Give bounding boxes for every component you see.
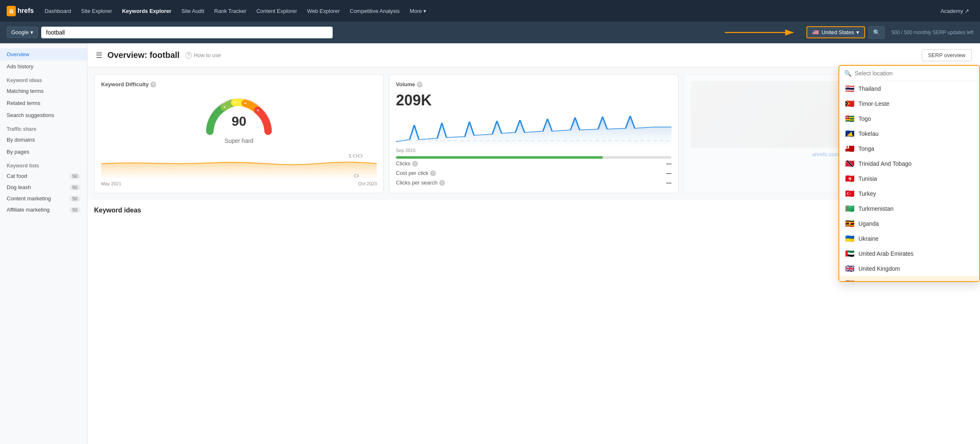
dropdown-search-row: 🔍	[839, 66, 979, 81]
arrow-icon	[725, 28, 800, 37]
country-option-label: Tunisia	[858, 175, 877, 182]
cpc-info-icon[interactable]: ?	[430, 170, 436, 176]
serp-overview-button[interactable]: SERP overview	[922, 49, 972, 61]
hamburger-icon[interactable]: ☰	[96, 51, 102, 60]
location-dropdown: 🔍 🇹🇭Thailand🇹🇱Timor-Leste🇹🇬Togo🇹🇰Tokelau…	[838, 65, 980, 282]
flag-icon: 🇹🇬	[845, 115, 854, 122]
nav-academy[interactable]: Academy ↗	[936, 5, 973, 17]
nav-more[interactable]: More ▾	[405, 5, 430, 17]
top-navigation: a hrefs Dashboard Site Explorer Keywords…	[0, 0, 980, 22]
gauge-chart: 90	[201, 92, 276, 137]
list-item-dog-leash[interactable]: Dog leash 50	[0, 182, 87, 193]
how-to-use-link[interactable]: ? How to use	[185, 52, 221, 59]
location-list: 🇹🇭Thailand🇹🇱Timor-Leste🇹🇬Togo🇹🇰Tokelau🇹🇴…	[839, 81, 979, 281]
dropdown-search-icon: 🔍	[844, 70, 851, 77]
volume-card-title: Volume ?	[396, 81, 672, 87]
list-badge: 50	[70, 185, 80, 190]
list-item-content-marketing[interactable]: Content marketing 50	[0, 193, 87, 204]
location-option[interactable]: 🇹🇬Togo	[839, 111, 979, 126]
how-to-use-label: How to use	[194, 52, 221, 58]
sidebar-item-related-terms[interactable]: Related terms	[0, 97, 87, 109]
country-option-label: Trinidad And Tobago	[858, 160, 912, 167]
search-engine-selector[interactable]: Google ▾	[7, 27, 38, 38]
country-option-label: Thailand	[858, 85, 881, 92]
location-option[interactable]: 🇺🇸United States	[839, 276, 979, 281]
clicks-per-search-label: Clicks per search ?	[396, 180, 445, 186]
location-option[interactable]: 🇺🇬Uganda	[839, 216, 979, 231]
flag-icon: 🇺🇬	[845, 220, 854, 227]
sidebar-item-search-suggestions[interactable]: Search suggestions	[0, 109, 87, 121]
country-selector[interactable]: 🇺🇸 United States ▾	[806, 26, 865, 38]
location-option[interactable]: 🇦🇪United Arab Emirates	[839, 246, 979, 261]
country-option-label: Timor-Leste	[858, 100, 889, 107]
volume-date-label: Sep 2015	[396, 148, 672, 153]
list-label: Dog leash	[7, 184, 31, 190]
volume-progress-container	[396, 156, 672, 159]
nav-dashboard[interactable]: Dashboard	[40, 5, 75, 17]
svg-line-3	[234, 102, 236, 103]
country-option-label: Turkmenistan	[858, 205, 893, 212]
country-arrow-indicator	[336, 28, 803, 37]
country-flag: 🇺🇸	[812, 29, 819, 35]
nav-keywords-explorer[interactable]: Keywords Explorer	[118, 5, 176, 17]
list-label: Affiliate marketing	[7, 207, 50, 213]
location-option[interactable]: 🇹🇷Turkey	[839, 186, 979, 201]
search-submit-button[interactable]: 🔍	[868, 26, 885, 39]
clicks-value: —	[666, 160, 672, 167]
volume-metrics: Clicks ? — Cost per click ? —	[396, 160, 672, 186]
sidebar-item-ads-history[interactable]: Ads history	[0, 60, 87, 72]
volume-progress-bar	[396, 156, 672, 159]
nav-site-audit[interactable]: Site Audit	[177, 5, 209, 17]
clicks-info-icon[interactable]: ?	[412, 161, 418, 167]
location-option[interactable]: 🇹🇴Tonga	[839, 141, 979, 156]
location-option[interactable]: 🇺🇦Ukraine	[839, 231, 979, 246]
list-badge: 50	[70, 207, 80, 213]
sidebar-item-by-domains[interactable]: By domains	[0, 134, 87, 146]
sidebar-item-by-pages[interactable]: By pages	[0, 146, 87, 158]
sidebar-item-overview[interactable]: Overview	[0, 48, 87, 60]
volume-info-icon[interactable]: ?	[417, 82, 423, 87]
sidebar-item-matching-terms[interactable]: Matching terms	[0, 85, 87, 97]
list-item-affiliate-marketing[interactable]: Affiliate marketing 50	[0, 204, 87, 215]
volume-sparkline: Sep 2015	[396, 112, 672, 153]
flag-icon: 🇺🇸	[845, 280, 854, 281]
flag-icon: 🇹🇭	[845, 85, 854, 92]
location-search-input[interactable]	[855, 70, 974, 77]
logo[interactable]: a hrefs	[7, 6, 34, 16]
nav-rank-tracker[interactable]: Rank Tracker	[210, 5, 251, 17]
location-option[interactable]: 🇹🇭Thailand	[839, 81, 979, 96]
location-option[interactable]: 🇹🇱Timor-Leste	[839, 96, 979, 111]
volume-title-text: Volume	[396, 81, 415, 87]
list-badge: 50	[70, 196, 80, 202]
svg-text:0: 0	[354, 174, 359, 178]
volume-chart	[396, 112, 672, 146]
nav-web-explorer[interactable]: Web Explorer	[303, 5, 344, 17]
country-option-label: Turkey	[858, 190, 876, 197]
country-option-label: Ukraine	[858, 235, 878, 242]
flag-icon: 🇹🇳	[845, 175, 854, 182]
volume-card: Volume ? 209K	[389, 74, 679, 193]
list-item-cat-food[interactable]: Cat food 50	[0, 170, 87, 182]
location-option[interactable]: 🇹🇹Trinidad And Tobago	[839, 156, 979, 171]
search-input[interactable]	[41, 27, 333, 38]
flag-icon: 🇹🇱	[845, 100, 854, 107]
location-option[interactable]: 🇹🇳Tunisia	[839, 171, 979, 186]
sidebar-section-traffic-share: Traffic share	[0, 121, 87, 134]
kd-card-title: Keyword Difficulty ?	[101, 81, 377, 87]
search-bar: Google ▾ 🇺🇸 United States ▾ 🔍 500 / 500 …	[0, 22, 980, 43]
clicks-per-search-info-icon[interactable]: ?	[439, 180, 445, 186]
nav-content-explorer[interactable]: Content Explorer	[252, 5, 301, 17]
gauge-container: 90 Super hard	[101, 92, 377, 144]
location-option[interactable]: 🇬🇧United Kingdom	[839, 261, 979, 276]
kd-title-text: Keyword Difficulty	[101, 81, 149, 87]
svg-text:100: 100	[347, 154, 363, 159]
location-option[interactable]: 🇹🇲Turkmenistan	[839, 201, 979, 216]
nav-site-explorer[interactable]: Site Explorer	[77, 5, 116, 17]
kd-chart-dates: May 2021 Oct 2023	[101, 181, 377, 186]
kd-info-icon[interactable]: ?	[150, 82, 156, 87]
nav-competitive-analysis[interactable]: Competitive Analysis	[346, 5, 404, 17]
flag-icon: 🇹🇹	[845, 160, 854, 167]
country-option-label: Uganda	[858, 220, 879, 227]
clicks-per-search-value: —	[666, 180, 672, 186]
location-option[interactable]: 🇹🇰Tokelau	[839, 126, 979, 141]
